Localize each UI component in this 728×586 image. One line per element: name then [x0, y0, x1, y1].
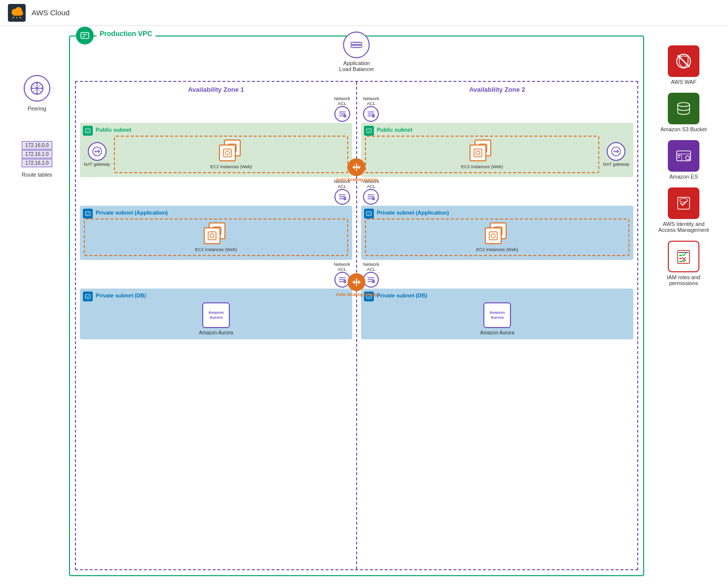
az1-public-subnet: Public subnet NAT	[80, 123, 352, 177]
ec2-label-az1-app: EC2 instances (Web)	[195, 247, 237, 252]
route-tables-component: 172.16.0.0 172.16.1.0 172.16.2.0 Route t…	[22, 141, 52, 178]
network-acl-az2-bottom: NetworkACL	[363, 262, 633, 288]
az2-zone: Availability Zone 2 NetworkACL	[357, 82, 637, 569]
right-sidebar: AWS WAF Amazon S3 Bucket	[649, 36, 718, 576]
es-item: Amazon ES	[649, 140, 718, 180]
route-tables-label: Route tables	[22, 172, 52, 178]
ec2-label-az2-public: EC2 instances (Web)	[461, 164, 503, 169]
az2-public-asg: EC2 instances (Web)	[365, 136, 599, 173]
az2-label: Availability Zone 2	[361, 86, 633, 93]
acl-icon-az1-middle	[334, 189, 350, 205]
az1-private-app-label: Private subnet (Application)	[96, 210, 348, 216]
az1-private-app-ec2-stack	[204, 222, 228, 245]
az1-label: Availability Zone 1	[80, 86, 352, 93]
az1-aurora-container: AmazonAurora Amazon Aurora	[84, 302, 348, 335]
svg-point-45	[491, 234, 495, 238]
peering-icon	[24, 75, 50, 102]
az2-private-app-label: Private subnet (Application)	[377, 210, 629, 216]
es-label: Amazon ES	[669, 174, 698, 180]
network-acl-az2-public-top: NetworkACL	[363, 96, 633, 122]
aws-waf-item: AWS WAF	[649, 45, 718, 85]
az1-private-db-subnet: Private subnet (DB) AmazonAurora Amazon …	[80, 289, 352, 339]
es-icon	[668, 140, 699, 172]
route-entry-2: 172.16.1.0	[22, 150, 52, 158]
asg-icon-private	[348, 273, 365, 291]
private-db-subnet-icon-az1	[83, 292, 93, 301]
s3-item: Amazon S3 Bucket	[649, 93, 718, 132]
ec2-icon-bottom-az2-app	[485, 227, 502, 244]
az2-public-label: Public subnet	[377, 127, 629, 133]
az2-private-db-subnet: Private subnet (DB) AmazonAurora Amazon …	[361, 289, 633, 339]
private-app-subnet-icon-az2	[364, 209, 374, 219]
asg-icon-public	[348, 158, 365, 176]
aws-cloud-label: AWS Cloud	[32, 8, 70, 17]
vpc-container: Production VPC ApplicationLoad Balancer	[69, 36, 644, 576]
main-content: Peering 172.16.0.0 172.16.1.0 172.16.2.0…	[0, 26, 728, 586]
az1-public-asg: EC2 instances (Web)	[114, 136, 348, 173]
svg-rect-11	[351, 45, 362, 47]
svg-point-50	[678, 103, 690, 107]
public-subnet-icon-az2	[364, 126, 374, 136]
s3-icon	[668, 93, 699, 124]
svg-rect-23	[223, 149, 231, 157]
svg-rect-55	[678, 155, 681, 156]
acl-icon-az2-top	[363, 106, 379, 122]
network-acl-az1-middle: NetworkACL	[80, 179, 350, 205]
svg-rect-26	[85, 212, 90, 216]
aws-header: AWS Cloud	[0, 0, 728, 26]
iam-roles-label: IAM roles andpermissions	[667, 274, 700, 286]
az2-nat-gateway: NAT gateway	[603, 142, 629, 167]
route-entry-3: 172.16.2.0	[22, 159, 52, 167]
aurora-label-az2: Amazon Aurora	[480, 330, 514, 335]
peering-label: Peering	[28, 106, 46, 111]
left-sidebar: Peering 172.16.0.0 172.16.1.0 172.16.2.0…	[10, 36, 64, 576]
svg-rect-19	[85, 129, 90, 133]
iam-item: AWS Identity andAccess Management	[649, 187, 718, 233]
svg-rect-29	[208, 232, 216, 240]
iam-roles-icon	[668, 241, 699, 272]
az2-private-db-label: Private subnet (DB)	[377, 293, 629, 298]
nat-icon-az2	[607, 142, 625, 161]
az2-private-app-content: EC2 instances (Web)	[365, 219, 629, 256]
acl-icon-az1-top	[334, 106, 350, 122]
svg-rect-56	[678, 157, 680, 158]
svg-rect-9	[81, 33, 89, 38]
svg-rect-10	[351, 42, 362, 44]
svg-point-38	[476, 151, 480, 155]
alb-component: ApplicationLoad Balancer	[339, 32, 374, 72]
alb-label: ApplicationLoad Balancer	[339, 60, 374, 72]
s3-label: Amazon S3 Bucket	[660, 126, 707, 132]
alb-icon	[343, 32, 370, 58]
route-table-entries: 172.16.0.0 172.16.1.0 172.16.2.0	[22, 141, 52, 168]
svg-point-30	[210, 234, 214, 238]
vpc-icon	[76, 27, 94, 44]
ec2-icon-bottom-az2	[470, 145, 486, 161]
iam-roles-item: IAM roles andpermissions	[649, 241, 718, 286]
public-subnet-icon-az1	[83, 126, 93, 136]
az2-public-subnet: Public subnet	[361, 123, 633, 177]
nat-label-az2: NAT gateway	[603, 162, 629, 167]
iam-icon	[668, 187, 699, 219]
network-acl-az1-public-top: NetworkACL	[80, 96, 350, 122]
ec2-icon-bottom-az1-app	[204, 227, 220, 244]
asg-center-public: Auto Scaling Group	[336, 158, 378, 182]
az1-public-ec2-stack	[219, 140, 244, 162]
waf-label: AWS WAF	[671, 79, 696, 85]
aws-logo-icon	[8, 4, 26, 22]
svg-rect-44	[489, 232, 497, 240]
az1-nat-gateway: NAT gateway	[84, 142, 110, 167]
svg-rect-37	[474, 149, 482, 157]
az2-private-app-subnet: Private subnet (Application)	[361, 206, 633, 260]
acl-icon-az2-middle	[363, 189, 379, 205]
az2-public-content: EC2 instances (Web) NAT g	[365, 136, 629, 173]
vpc-label: Production VPC	[97, 30, 155, 37]
waf-icon	[668, 45, 699, 77]
az1-private-db-label: Private subnet (DB)	[96, 293, 348, 298]
network-acl-az1-bottom: NetworkACL	[80, 262, 350, 288]
aurora-label-az1: Amazon Aurora	[199, 330, 233, 335]
az1-zone: Availability Zone 1 NetworkACL	[76, 82, 357, 569]
az1-private-app-subnet: Private subnet (Application)	[80, 206, 352, 260]
nat-label-az1: NAT gateway	[84, 162, 110, 167]
svg-rect-34	[366, 129, 371, 133]
az2-public-ec2-stack	[470, 140, 494, 162]
